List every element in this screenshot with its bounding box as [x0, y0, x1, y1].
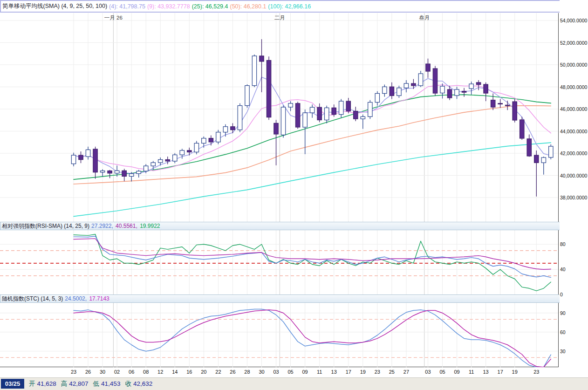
- candle-down: [476, 82, 480, 85]
- sma-legend-value: (100): 42,966.16: [268, 3, 311, 10]
- candle-down: [79, 155, 83, 160]
- chart-application-window: 简单移动平均线(SMA) (4, 9, 25, 50, 100) (4): 41…: [0, 0, 588, 390]
- candle-up: [339, 101, 343, 115]
- candle-down: [534, 155, 539, 163]
- candle-up: [173, 155, 177, 161]
- candle-down: [462, 91, 466, 92]
- date-axis-label: 19: [512, 369, 518, 375]
- date-axis-label: 30: [259, 369, 264, 375]
- date-axis-label: 20: [201, 369, 206, 375]
- candlestick-chart-canvas[interactable]: 一月 26二月叁月: [0, 13, 558, 222]
- rsi-legend-value: 40.5561,: [116, 223, 139, 229]
- candle-down: [491, 100, 495, 107]
- price-axis-label: 50,000.0000: [560, 62, 587, 68]
- date-axis-label: 09: [302, 369, 308, 375]
- stc-legend-values: 24.5002, 17.7143: [65, 295, 110, 302]
- rsi-legend-bar[interactable]: 相对强弱指数(RSI-SMA) (14, 25, 9) 27.2922, 40.…: [0, 222, 561, 230]
- candle-up: [281, 107, 285, 135]
- date-axis-label: 13: [483, 369, 489, 375]
- stc-legend-bar[interactable]: 随机指数(STC) (14, 5, 3) 24.5002, 17.7143: [0, 294, 561, 303]
- candle-down: [267, 61, 271, 117]
- price-axis-label: 40,000.0000: [560, 173, 587, 178]
- candle-down: [447, 89, 451, 98]
- candle-down: [295, 103, 300, 127]
- candle-down: [354, 111, 358, 119]
- candle-up: [115, 171, 119, 173]
- candle-up: [368, 103, 372, 117]
- stc-axis-label: 30: [560, 349, 566, 354]
- rsi-axis-label: 80: [560, 241, 566, 247]
- stc-legend-title: 随机指数(STC) (14, 5, 3): [2, 295, 63, 303]
- candle-up: [238, 106, 242, 130]
- candle-down: [231, 127, 235, 130]
- date-axis-label: 23: [533, 369, 539, 375]
- candle-down: [520, 120, 524, 138]
- rsi-indicator-panel[interactable]: [0, 230, 559, 294]
- stc-legend-value: 24.5002,: [65, 295, 88, 302]
- rsi-legend-title: 相对强弱指数(RSI-SMA) (14, 25, 9): [2, 222, 89, 230]
- stc-chart-canvas[interactable]: [0, 303, 558, 367]
- candle-down: [187, 151, 191, 152]
- ohlc-field-label: 开: [29, 380, 35, 388]
- rsi-legend-value: 27.2922,: [91, 223, 115, 229]
- candle-up: [223, 127, 227, 132]
- candle-up: [375, 94, 379, 103]
- candle-up: [180, 151, 184, 155]
- price-chart-panel[interactable]: 一月 26二月叁月: [0, 13, 559, 222]
- date-axis: 2326300206081214162022262830030509111317…: [0, 367, 588, 377]
- price-axis-label: 44,000.0000: [560, 129, 587, 134]
- stc-legend-value: 17.7143: [89, 295, 109, 302]
- date-axis-label: 08: [143, 369, 149, 375]
- candle-down: [317, 107, 321, 120]
- sma-legend-value: (9): 43,932.7778: [147, 3, 190, 10]
- price-axis-label: 42,000.0000: [560, 151, 587, 156]
- date-axis-label: 19: [360, 369, 366, 375]
- candle-down: [513, 102, 517, 120]
- rsi-chart-canvas[interactable]: [0, 230, 558, 294]
- date-axis-label: 27: [403, 369, 409, 375]
- candle-up: [418, 74, 423, 86]
- date-axis-label: 05: [287, 369, 293, 375]
- candle-down: [332, 108, 336, 114]
- candle-up: [245, 86, 249, 106]
- candle-up: [361, 116, 365, 119]
- date-axis-label: 17: [498, 369, 503, 375]
- sma-legend-value: (25): 46,529.4: [192, 3, 228, 10]
- ohlc-field-value: 42,807: [69, 380, 88, 387]
- candle-up: [310, 107, 314, 113]
- month-label: 二月: [274, 15, 285, 21]
- date-axis-label: 30: [100, 369, 105, 375]
- rsi-legend-values: 27.2922, 40.5561, 19.9922: [91, 223, 161, 229]
- date-badge: 03/25: [1, 379, 24, 389]
- candle-down: [260, 56, 264, 62]
- candle-up: [469, 84, 473, 89]
- candle-down: [122, 171, 126, 176]
- candle-up: [194, 143, 198, 152]
- candle-up: [549, 146, 553, 157]
- value-axis-rail: 54,000.000052,000.000050,000.000048,000.…: [560, 0, 588, 377]
- candle-up: [541, 157, 546, 163]
- candle-down: [484, 84, 488, 93]
- ohlc-readout: 开41,628高42,807低41,453收42,632: [29, 378, 157, 390]
- rsi-legend-value: 19.9922: [140, 223, 160, 229]
- price-axis-label: 54,000.0000: [560, 18, 587, 23]
- ohlc-field-label: 高: [61, 380, 68, 388]
- date-axis-label: 16: [186, 369, 192, 375]
- stc-indicator-panel[interactable]: [0, 303, 559, 367]
- candle-up: [216, 132, 220, 142]
- price-axis-label: 52,000.0000: [560, 40, 587, 46]
- rsi-axis-label: 0: [560, 292, 563, 297]
- date-axis-label: 28: [244, 369, 250, 375]
- date-axis-label: 22: [215, 369, 221, 375]
- candle-down: [426, 64, 430, 71]
- candle-up: [71, 155, 75, 164]
- stc-axis-label: 60: [560, 329, 566, 335]
- date-axis-label: 12: [157, 369, 163, 375]
- candle-down: [498, 103, 502, 104]
- candle-up: [151, 163, 155, 166]
- candle-down: [411, 83, 416, 86]
- date-axis-label: 02: [114, 369, 120, 375]
- candle-down: [209, 138, 213, 142]
- candle-up: [440, 86, 444, 93]
- ohlc-field-value: 41,628: [37, 380, 56, 387]
